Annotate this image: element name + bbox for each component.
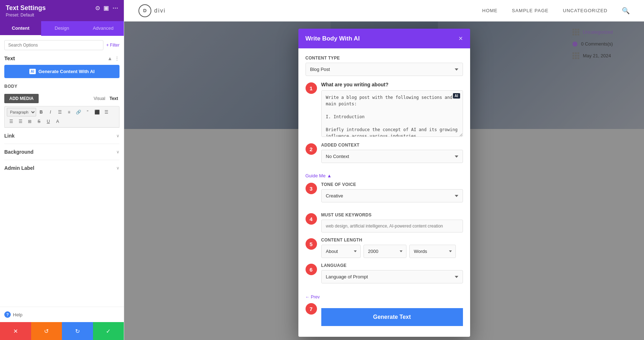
body-label: Body <box>4 84 18 89</box>
section-toggle[interactable]: ▲ ⋮ <box>107 56 119 61</box>
align-right-button[interactable]: ☰ <box>7 117 15 126</box>
modal-close-button[interactable]: × <box>459 34 463 43</box>
added-context-select[interactable]: No Context <box>321 150 463 163</box>
generate-btn-label: Generate Content With AI <box>39 69 95 74</box>
table-button[interactable]: ⊞ <box>25 117 34 126</box>
redo-button[interactable]: ↻ <box>62 322 93 340</box>
language-label: Language <box>321 263 463 268</box>
strikethrough-button[interactable]: S <box>35 117 43 126</box>
filter-button[interactable]: + Filter <box>106 43 119 48</box>
content-type-select[interactable]: Blog Post <box>306 63 463 76</box>
text-section-header: Text ▲ ⋮ <box>4 55 119 61</box>
content-length-label: Content Length <box>321 238 463 243</box>
nav-uncategorized[interactable]: UNCATEGORIZED <box>563 8 608 13</box>
text-section-title: Text <box>4 55 15 61</box>
more-options-icon: ⋮ <box>114 56 119 61</box>
step-4-badge: 4 <box>306 213 317 225</box>
body-controls-row: ADD MEDIA Visual Text <box>4 94 119 103</box>
tab-advanced[interactable]: Advanced <box>83 21 124 36</box>
step-5-row: 5 Content Length About 2000 <box>306 238 463 258</box>
nav-sample-page[interactable]: SAMPLE PAGE <box>512 8 549 13</box>
panel-title-text: Text Settings <box>6 4 46 12</box>
blockquote-button[interactable]: " <box>83 108 92 116</box>
length-about-select[interactable]: About <box>321 245 361 258</box>
underline-button[interactable]: U <box>44 117 53 126</box>
help-row[interactable]: ? Help <box>0 307 124 322</box>
step-1-content: What are you writing about? Write a blog… <box>321 82 463 138</box>
panel-title-icons: ⊙ ▣ ⋯ <box>95 5 118 11</box>
tab-visual[interactable]: Visual <box>92 95 107 102</box>
ai-textarea-badge: AI <box>453 93 460 99</box>
link-section: Link ∨ <box>4 128 119 144</box>
length-words-select[interactable]: Words <box>409 245 456 258</box>
nav-home[interactable]: HOME <box>482 8 498 13</box>
ul-button[interactable]: ☰ <box>55 108 64 116</box>
step-6-content: Language Language of Prompt <box>321 263 463 289</box>
color-button[interactable]: A <box>53 117 62 126</box>
tab-content[interactable]: Content <box>0 21 41 36</box>
panel-preset: Preset: Default <box>6 13 118 18</box>
step-3-row: 3 Tone of Voice Creative <box>306 182 463 208</box>
ai-modal: Write Body With AI × Content Type Blog P… <box>298 29 470 337</box>
ol-button[interactable]: ≡ <box>65 108 73 116</box>
generate-content-button[interactable]: AI Generate Content With AI <box>4 65 119 78</box>
generate-text-button[interactable]: Generate Text <box>321 308 463 326</box>
added-context-label: Added Context <box>321 143 463 148</box>
main-content: D divi HOME SAMPLE PAGE UNCATEGORIZED 🔍 … <box>124 0 644 340</box>
step-1-row: 1 What are you writing about? Write a bl… <box>306 82 463 138</box>
nav-links: HOME SAMPLE PAGE UNCATEGORIZED 🔍 <box>482 7 630 15</box>
step-3-badge: 3 <box>306 183 317 194</box>
prev-link[interactable]: ← Prev <box>306 294 320 300</box>
content-area: Uncategorized 0 Comments(s) May 21, 2024… <box>124 21 644 340</box>
tone-of-voice-select[interactable]: Creative <box>321 189 463 202</box>
admin-label-section-header[interactable]: Admin Label ∨ <box>4 165 119 171</box>
tab-text[interactable]: Text <box>108 95 119 102</box>
link-section-header[interactable]: Link ∨ <box>4 133 119 139</box>
guide-me-label: Guide Me <box>306 173 326 178</box>
link-button[interactable]: 🔗 <box>74 108 83 116</box>
guide-me-arrow-icon: ▲ <box>327 173 332 178</box>
top-nav: D divi HOME SAMPLE PAGE UNCATEGORIZED 🔍 <box>124 0 644 21</box>
link-chevron-icon: ∨ <box>116 133 119 138</box>
bold-button[interactable]: B <box>37 108 45 116</box>
search-input[interactable] <box>4 40 103 50</box>
align-left-button[interactable]: ⬛ <box>93 108 101 116</box>
align-justify-button[interactable]: ☰ <box>16 117 25 126</box>
background-title: Background <box>4 149 34 155</box>
align-center-button[interactable]: ☰ <box>102 108 111 116</box>
admin-label-section: Admin Label ∨ <box>4 160 119 176</box>
step-4-row: 4 Must Use Keywords <box>306 212 463 233</box>
step-5-content: Content Length About 2000 Words <box>321 238 463 258</box>
close-button[interactable]: ✕ <box>0 322 31 340</box>
modal-overlay: Write Body With AI × Content Type Blog P… <box>124 21 644 340</box>
language-select[interactable]: Language of Prompt <box>321 270 463 283</box>
focus-icon[interactable]: ⊙ <box>95 5 100 11</box>
admin-label-title: Admin Label <box>4 165 34 171</box>
help-icon: ? <box>4 311 11 318</box>
background-chevron-icon: ∨ <box>116 149 119 154</box>
help-label: Help <box>13 312 23 317</box>
step-7-content: Generate Text <box>321 302 463 326</box>
background-section: Background ∨ <box>4 144 119 160</box>
columns-icon[interactable]: ▣ <box>103 5 109 11</box>
italic-button[interactable]: I <box>46 108 55 116</box>
guide-me-link[interactable]: Guide Me ▲ <box>306 173 463 178</box>
admin-label-chevron-icon: ∨ <box>116 166 119 171</box>
undo-button[interactable]: ↺ <box>31 322 62 340</box>
length-number-select[interactable]: 2000 <box>364 245 406 258</box>
add-media-button[interactable]: ADD MEDIA <box>4 94 39 103</box>
step-1-question: What are you writing about? <box>321 82 463 87</box>
tab-design[interactable]: Design <box>41 21 82 36</box>
keywords-input[interactable] <box>321 220 463 233</box>
step-4-content: Must Use Keywords <box>321 212 463 233</box>
save-button[interactable]: ✓ <box>93 322 124 340</box>
step-7-badge: 7 <box>306 303 317 315</box>
more-icon[interactable]: ⋯ <box>112 5 118 11</box>
modal-header: Write Body With AI × <box>298 29 470 48</box>
left-panel: Text Settings ⊙ ▣ ⋯ Preset: Default Cont… <box>0 0 124 340</box>
background-section-header[interactable]: Background ∨ <box>4 149 119 155</box>
writing-topic-textarea[interactable]: Write a blog post with the following sec… <box>321 90 463 137</box>
editor-toolbar: Paragraph B I ☰ ≡ 🔗 " ⬛ ☰ ☰ ☰ ⊞ S U A <box>4 106 119 128</box>
search-icon[interactable]: 🔍 <box>622 7 630 15</box>
format-select[interactable]: Paragraph <box>7 108 36 116</box>
